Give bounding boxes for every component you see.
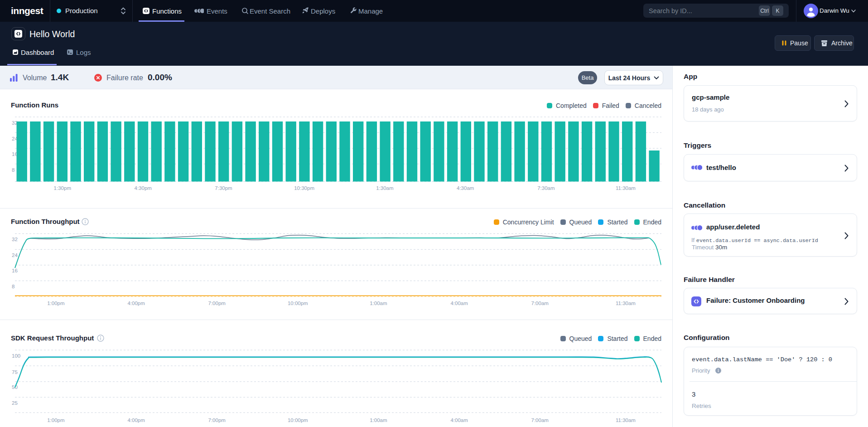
svg-text:4:30am: 4:30am xyxy=(457,185,474,191)
svg-text:1:30am: 1:30am xyxy=(376,185,393,191)
svg-text:50: 50 xyxy=(12,384,18,390)
svg-text:24: 24 xyxy=(12,252,18,258)
svg-text:11:30am: 11:30am xyxy=(616,417,636,423)
svg-text:7:00pm: 7:00pm xyxy=(208,417,226,423)
svg-text:4:00am: 4:00am xyxy=(450,417,468,423)
svg-text:1:00pm: 1:00pm xyxy=(47,417,64,423)
svg-text:4:00pm: 4:00pm xyxy=(127,417,145,423)
svg-text:7:00am: 7:00am xyxy=(531,417,549,423)
svg-text:7:00am: 7:00am xyxy=(531,301,549,306)
svg-text:4:00pm: 4:00pm xyxy=(127,301,145,306)
svg-text:32: 32 xyxy=(12,237,18,242)
svg-text:100: 100 xyxy=(12,353,20,359)
svg-text:8: 8 xyxy=(12,284,14,289)
svg-text:8: 8 xyxy=(12,167,14,173)
svg-text:1:00pm: 1:00pm xyxy=(47,301,64,306)
svg-text:7:00pm: 7:00pm xyxy=(208,301,226,306)
svg-text:1:00am: 1:00am xyxy=(370,417,387,423)
svg-text:11:30am: 11:30am xyxy=(616,185,636,191)
svg-text:1:30pm: 1:30pm xyxy=(54,185,71,191)
svg-text:16: 16 xyxy=(12,268,18,273)
svg-text:11:30am: 11:30am xyxy=(616,301,636,306)
svg-text:10:30pm: 10:30pm xyxy=(294,185,314,191)
svg-text:75: 75 xyxy=(12,369,18,375)
svg-text:4:30pm: 4:30pm xyxy=(135,185,152,191)
svg-text:10:00pm: 10:00pm xyxy=(288,417,308,423)
svg-text:7:30am: 7:30am xyxy=(537,185,555,191)
svg-text:7:30pm: 7:30pm xyxy=(215,185,232,191)
svg-text:1:00am: 1:00am xyxy=(370,301,387,306)
svg-text:4:00am: 4:00am xyxy=(450,301,468,306)
svg-text:10:00pm: 10:00pm xyxy=(288,301,308,306)
svg-text:25: 25 xyxy=(12,400,18,406)
